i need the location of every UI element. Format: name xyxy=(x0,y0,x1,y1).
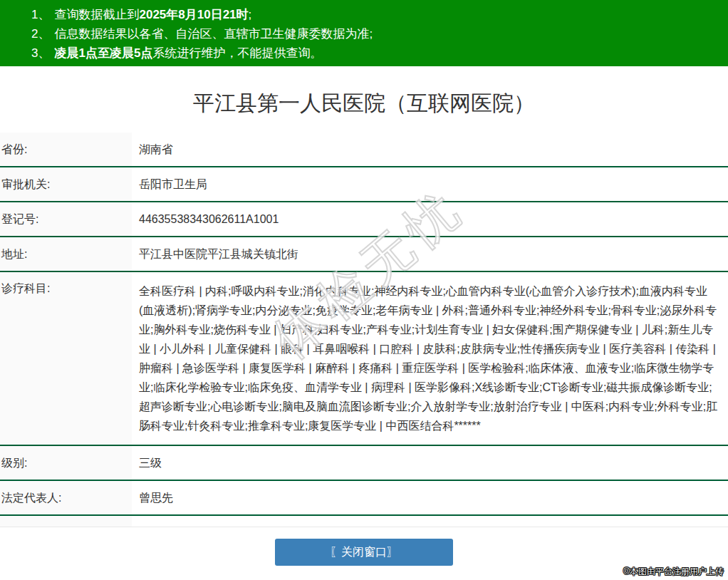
row-value: 岳阳市卫生局 xyxy=(132,167,728,201)
notice-text: 系统进行维护，不能提供查询。 xyxy=(152,46,322,60)
row-label: 审批机关: xyxy=(0,167,132,201)
notice-text: 查询数据截止到 xyxy=(54,8,139,21)
table-row-address: 地址: 平江县中医院平江县城关镇北街 xyxy=(0,237,728,272)
notice-number: 1、 xyxy=(31,5,50,24)
row-value: 平江县中医院平江县城关镇北街 xyxy=(132,237,728,271)
table-row-province: 省份: 湖南省 xyxy=(0,133,728,167)
row-label xyxy=(0,516,132,527)
notice-bar: 1、查询数据截止到2025年8月10日21时; 2、信息数据结果以各省、自治区、… xyxy=(0,0,728,66)
notice-text: 信息数据结果以各省、自治区、直辖市卫生健康委数据为准; xyxy=(54,27,373,41)
row-label: 级别: xyxy=(0,446,132,480)
row-value: 曾思先 xyxy=(132,481,728,514)
row-label: 地址: xyxy=(0,237,132,271)
notice-line-1: 1、查询数据截止到2025年8月10日21时; xyxy=(31,5,721,24)
row-label: 诊疗科目: xyxy=(0,272,132,445)
info-table: 省份: 湖南省 审批机关: 岳阳市卫生局 登记号: 44635538343062… xyxy=(0,133,728,527)
upload-credit-watermark: ©本图由平台注册用户上传 xyxy=(623,566,724,578)
notice-line-2: 2、信息数据结果以各省、自治区、直辖市卫生健康委数据为准; xyxy=(31,24,721,43)
table-row-clipped xyxy=(0,516,728,527)
notice-number: 3、 xyxy=(31,43,50,63)
row-value: 全科医疗科 | 内科;呼吸内科专业;消化内科专业;神经内科专业;心血管内科专业(… xyxy=(132,272,728,445)
table-row-level: 级别: 三级 xyxy=(0,446,728,481)
notice-text-bold: 凌晨1点至凌晨5点 xyxy=(54,46,152,60)
row-label: 登记号: xyxy=(0,202,132,236)
notice-line-3: 3、凌晨1点至凌晨5点系统进行维护，不能提供查询。 xyxy=(31,43,721,63)
row-value: 湖南省 xyxy=(132,133,728,166)
table-row-registration-number: 登记号: 44635538343062611A1001 xyxy=(0,202,728,237)
table-row-legal-representative: 法定代表人: 曾思先 xyxy=(0,481,728,516)
row-value xyxy=(132,516,728,527)
table-row-approval-authority: 审批机关: 岳阳市卫生局 xyxy=(0,167,728,202)
notice-text: ; xyxy=(249,8,252,21)
row-label: 省份: xyxy=(0,133,132,166)
table-row-treatment-subjects: 诊疗科目: 全科医疗科 | 内科;呼吸内科专业;消化内科专业;神经内科专业;心血… xyxy=(0,272,728,446)
close-window-button[interactable]: 〖关闭窗口〗 xyxy=(275,539,453,566)
row-value: 三级 xyxy=(132,446,728,480)
notice-number: 2、 xyxy=(31,24,50,43)
page-title: 平江县第一人民医院（互联网医院） xyxy=(0,90,728,116)
button-area: 〖关闭窗口〗 xyxy=(0,539,728,566)
row-value: 44635538343062611A1001 xyxy=(132,202,728,236)
row-label: 法定代表人: xyxy=(0,481,132,514)
notice-text-bold: 2025年8月10日21时 xyxy=(139,8,248,21)
